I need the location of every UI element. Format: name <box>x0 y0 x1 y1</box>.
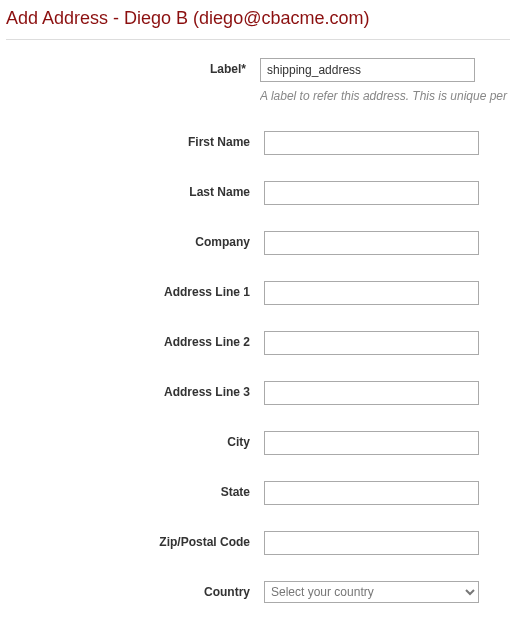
last-name-input[interactable] <box>264 181 479 205</box>
label-hint: A label to refer this address. This is u… <box>260 88 510 105</box>
label-field-label: Label* <box>6 58 260 76</box>
address-line-2-input[interactable] <box>264 331 479 355</box>
state-input[interactable] <box>264 481 479 505</box>
city-input[interactable] <box>264 431 479 455</box>
address-line-3-input[interactable] <box>264 381 479 405</box>
address-line-2-label: Address Line 2 <box>6 331 264 349</box>
page-title: Add Address - Diego B (diego@cbacme.com) <box>6 8 510 40</box>
address-line-3-label: Address Line 3 <box>6 381 264 399</box>
address-line-1-input[interactable] <box>264 281 479 305</box>
last-name-label: Last Name <box>6 181 264 199</box>
first-name-input[interactable] <box>264 131 479 155</box>
company-label: Company <box>6 231 264 249</box>
zip-label: Zip/Postal Code <box>6 531 264 549</box>
country-label: Country <box>6 581 264 599</box>
first-name-label: First Name <box>6 131 264 149</box>
company-input[interactable] <box>264 231 479 255</box>
state-label: State <box>6 481 264 499</box>
country-select[interactable]: Select your country <box>264 581 479 603</box>
zip-input[interactable] <box>264 531 479 555</box>
label-input[interactable] <box>260 58 475 82</box>
city-label: City <box>6 431 264 449</box>
address-line-1-label: Address Line 1 <box>6 281 264 299</box>
